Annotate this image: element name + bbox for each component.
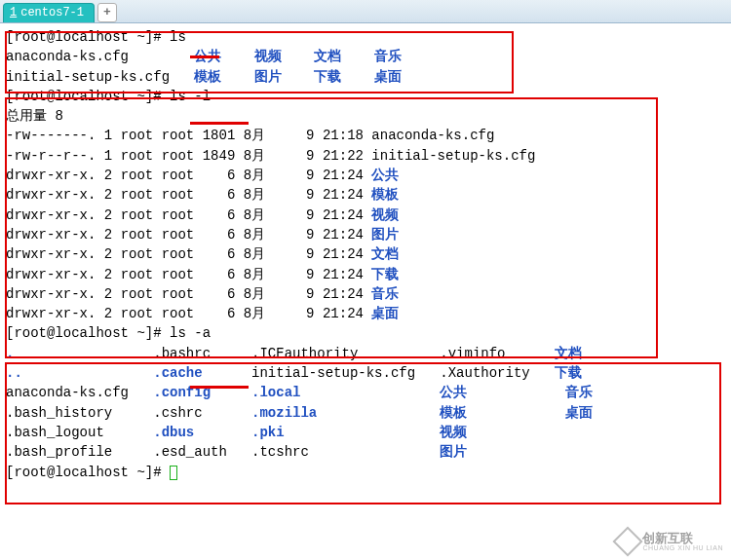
ls-a-entry: .bash_history [6, 405, 153, 421]
terminal-line: anaconda-ks.cfg 公共 视频 文档 音乐 [6, 47, 725, 66]
ls-a-entry: .mozilla [251, 405, 440, 421]
terminal-line: .bash_profile .esd_auth .tcshrc 图片 [6, 442, 725, 462]
terminal-line: drwxr-xr-x. 2 root root 6 8月 9 21:24 公共 [6, 166, 725, 185]
day: 9 [282, 246, 323, 262]
size: 6 [203, 267, 244, 282]
size: 6 [203, 227, 244, 243]
filename: initial-setup-ks.cfg [371, 148, 535, 164]
size: 6 [203, 246, 244, 262]
perm: drwxr-xr-x. [6, 187, 104, 203]
ls-entry: 下载 [314, 69, 374, 85]
terminal-line: drwxr-xr-x. 2 root root 6 8月 9 21:24 视频 [6, 205, 725, 225]
month: 8月 [244, 227, 282, 243]
ls-entry: 公共 [194, 49, 254, 64]
group: root [162, 286, 203, 302]
time: 21:24 [323, 306, 371, 321]
owner: root [121, 227, 162, 243]
terminal-line: drwxr-xr-x. 2 root root 6 8月 9 21:24 模板 [6, 185, 725, 205]
ls-a-entry: 文档 [555, 346, 631, 361]
day: 9 [282, 286, 323, 302]
perm: drwxr-xr-x. [6, 207, 104, 223]
time: 21:24 [323, 286, 371, 302]
command: ls [170, 29, 186, 45]
ls-a-entry: 桌面 [565, 405, 641, 421]
link-count: 2 [104, 227, 121, 243]
month: 8月 [244, 306, 282, 321]
watermark-icon [613, 526, 643, 556]
terminal-line: -rw-r--r--. 1 root root 1849 8月 9 21:22 … [6, 146, 725, 166]
tab-active[interactable]: 1 centos7-1 [3, 3, 95, 22]
size: 1801 [203, 128, 244, 143]
perm: -rw-r--r--. [6, 148, 104, 164]
command: ls -a [170, 325, 211, 341]
ls-a-entry: .cache [153, 365, 251, 381]
group: root [162, 267, 203, 282]
group: root [162, 246, 203, 262]
group: root [162, 207, 203, 223]
day: 9 [282, 128, 323, 143]
terminal-line: [root@localhost ~]# ls -a [6, 323, 725, 343]
ls-a-entry: .Xauthority [440, 365, 555, 381]
time: 21:24 [323, 246, 371, 262]
terminal-line: 总用量 8 [6, 106, 725, 126]
prompt: [root@localhost ~]# [6, 89, 170, 104]
filename: 模板 [371, 187, 399, 203]
ls-a-entry: 模板 [440, 405, 565, 421]
cursor [170, 466, 177, 480]
ls-a-entry: 音乐 [565, 385, 641, 400]
terminal-line: [root@localhost ~]# ls -l [6, 87, 725, 106]
ls-a-entry: .dbus [153, 425, 251, 440]
owner: root [121, 267, 162, 282]
month: 8月 [244, 168, 282, 183]
prompt: [root@localhost ~]# [6, 465, 170, 480]
month: 8月 [244, 286, 282, 302]
time: 21:24 [323, 187, 371, 203]
watermark-logo: 创新互联 CHUANG XIN HU LIAN [617, 531, 723, 552]
size: 6 [203, 207, 244, 223]
owner: root [121, 187, 162, 203]
terminal-line: drwxr-xr-x. 2 root root 6 8月 9 21:24 图片 [6, 225, 725, 244]
filename: 桌面 [371, 306, 399, 321]
ls-a-entry: .pki [251, 425, 440, 440]
terminal-line: .bash_history .cshrc .mozilla 模板 桌面 [6, 403, 725, 423]
perm: -rw-------. [6, 128, 104, 143]
ls-a-entry: .bash_profile [6, 444, 153, 460]
watermark-py: CHUANG XIN HU LIAN [642, 544, 723, 551]
link-count: 2 [104, 207, 121, 223]
ls-entry: 模板 [194, 69, 254, 85]
ls-entry: 文档 [314, 49, 374, 64]
month: 8月 [244, 128, 282, 143]
new-tab-button[interactable]: + [97, 3, 117, 22]
ls-a-entry: 视频 [440, 425, 565, 440]
group: root [162, 306, 203, 321]
terminal-line: drwxr-xr-x. 2 root root 6 8月 9 21:24 桌面 [6, 304, 725, 323]
day: 9 [282, 306, 323, 321]
perm: drwxr-xr-x. [6, 286, 104, 302]
ls-a-entry: 公共 [440, 385, 565, 400]
ls-entry: 音乐 [374, 49, 402, 64]
ls-a-entry [565, 444, 631, 460]
group: root [162, 168, 203, 183]
filename: 下载 [371, 267, 399, 282]
group: root [162, 187, 203, 203]
link-count: 2 [104, 187, 121, 203]
time: 21:22 [323, 148, 371, 164]
ls-entry: 桌面 [374, 69, 402, 85]
terminal-line: [root@localhost ~]# [6, 463, 725, 482]
ls-a-entry: initial-setup-ks.cfg [251, 365, 440, 381]
day: 9 [282, 168, 323, 183]
tab-index: 1 [10, 5, 17, 21]
month: 8月 [244, 187, 282, 203]
ls-a-entry: .config [153, 385, 251, 400]
day: 9 [282, 148, 323, 164]
terminal-line: drwxr-xr-x. 2 root root 6 8月 9 21:24 文档 [6, 244, 725, 264]
owner: root [121, 286, 162, 302]
tab-title: centos7-1 [20, 5, 84, 21]
day: 9 [282, 267, 323, 282]
terminal-line: .. .cache initial-setup-ks.cfg .Xauthori… [6, 363, 725, 383]
ls-a-entry: .ICEauthority [251, 346, 440, 361]
filename: 图片 [371, 227, 399, 243]
filename: anaconda-ks.cfg [371, 128, 494, 143]
terminal-line: .bash_logout .dbus .pki 视频 [6, 423, 725, 442]
terminal[interactable]: [root@localhost ~]# lsanaconda-ks.cfg 公共… [0, 23, 731, 486]
